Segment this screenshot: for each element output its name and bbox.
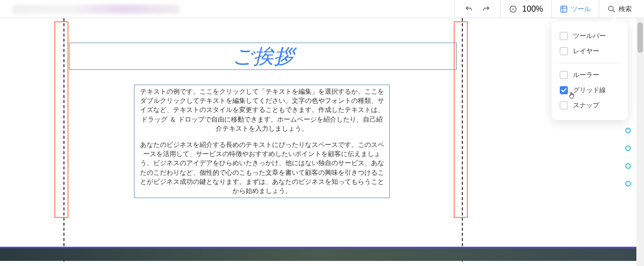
undo-button[interactable] xyxy=(463,3,475,15)
search-icon xyxy=(607,5,616,13)
checkbox-gridlines[interactable] xyxy=(560,86,568,94)
anchor-dot[interactable] xyxy=(625,181,631,186)
dropdown-label: グリッド線 xyxy=(573,86,606,95)
undo-icon xyxy=(465,5,473,13)
body-text-element[interactable]: テキストの例です。ここをクリックして「テキストを編集」を選択するか、ここをダブル… xyxy=(134,85,390,198)
svg-line-6 xyxy=(613,10,615,12)
zoom-level-text: 100% xyxy=(522,5,543,14)
dropdown-label: レイヤー xyxy=(573,47,599,56)
toolbar-left xyxy=(4,5,454,14)
dropdown-item-layers[interactable]: レイヤー xyxy=(560,44,620,59)
body-paragraph-1: テキストの例です。ここをクリックして「テキストを編集」を選択するか、ここをダブル… xyxy=(139,87,385,133)
dropdown-divider xyxy=(558,63,622,63)
title-text: ご挨拶 xyxy=(232,43,294,70)
checkbox-snap[interactable] xyxy=(560,101,568,109)
page-area: ご挨拶 テキストの例です。ここをクリックして「テキストを編集」を選択するか、ここ… xyxy=(0,18,644,261)
dropdown-item-toolbar[interactable]: ツールバー xyxy=(560,28,620,44)
scrollbar-thumb[interactable] xyxy=(637,22,643,53)
anchor-dot[interactable] xyxy=(625,145,631,151)
checkbox-ruler[interactable] xyxy=(560,71,568,79)
checkbox-toolbar[interactable] xyxy=(560,32,568,40)
search-section: 検索 xyxy=(599,0,640,18)
zoom-out-icon xyxy=(509,5,517,13)
anchor-dot[interactable] xyxy=(625,163,631,169)
body-paragraph-2: あなたのビジネスを紹介する長めのテキストにぴったりなスペースです。このスペースを… xyxy=(139,140,385,196)
undo-redo-section xyxy=(454,0,500,18)
svg-rect-2 xyxy=(561,6,567,12)
vertical-scrollbar[interactable] xyxy=(636,18,644,266)
editor-canvas[interactable]: ご挨拶 テキストの例です。ここをクリックして「テキストを編集」を選択するか、ここ… xyxy=(0,18,644,266)
search-label: 検索 xyxy=(619,5,632,14)
dropdown-item-snap[interactable]: スナップ xyxy=(560,98,620,113)
footer-strip xyxy=(0,247,636,261)
dropdown-label: ツールバー xyxy=(573,31,606,41)
title-text-element[interactable]: ご挨拶 xyxy=(69,43,457,70)
page-anchor-dots xyxy=(625,128,631,186)
zoom-section: 100% xyxy=(500,0,551,18)
tools-section: ツール xyxy=(551,0,599,18)
search-button[interactable]: 検索 xyxy=(607,5,632,14)
tools-button[interactable]: ツール xyxy=(560,5,591,14)
checkbox-layers[interactable] xyxy=(560,47,568,55)
svg-point-5 xyxy=(608,6,613,11)
layout-icon xyxy=(560,5,568,13)
tools-dropdown: ツールバー レイヤー ルーラー グリッド線 スナップ xyxy=(552,21,628,120)
dropdown-item-ruler[interactable]: ルーラー xyxy=(560,67,620,83)
tools-label: ツール xyxy=(571,5,591,14)
redo-button[interactable] xyxy=(480,3,492,15)
highlight-marker-left xyxy=(54,21,69,218)
anchor-dot[interactable] xyxy=(625,128,631,133)
zoom-out-button[interactable] xyxy=(509,5,517,13)
toolbar-right: 100% ツール 検索 xyxy=(454,0,640,18)
redo-icon xyxy=(482,5,490,13)
dropdown-label: スナップ xyxy=(573,101,599,110)
dropdown-label: ルーラー xyxy=(573,70,599,80)
top-toolbar: 100% ツール 検索 xyxy=(0,0,644,18)
dropdown-item-gridlines[interactable]: グリッド線 xyxy=(560,83,620,98)
blurred-breadcrumb xyxy=(12,5,180,14)
